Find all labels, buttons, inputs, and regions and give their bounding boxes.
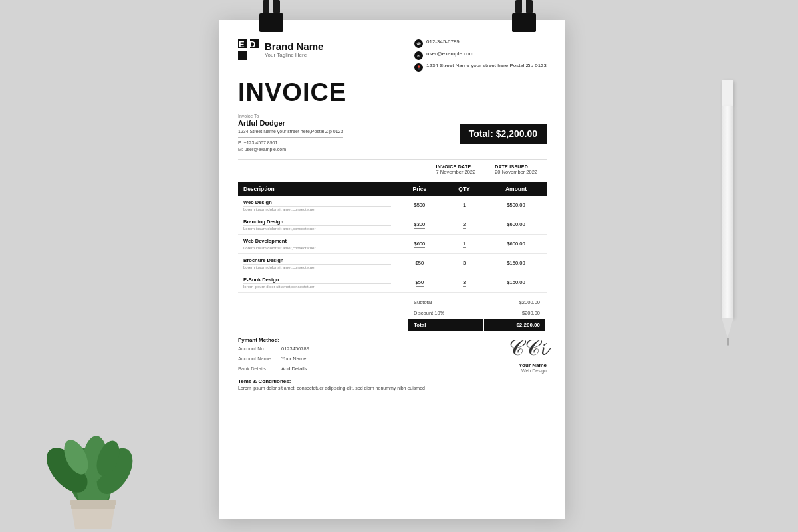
item-qty: 3 (443, 273, 485, 292)
col-qty: QTY (443, 182, 485, 196)
subtotals-section: Subtotal $2000.00 Discount 10% $200.00 T… (238, 297, 547, 332)
svg-text:D: D (249, 39, 255, 49)
binder-clip-left (259, 0, 283, 35)
subtotal-row: Subtotal $2000.00 (408, 298, 545, 307)
item-qty: 3 (443, 253, 485, 273)
brand-logo: E D (238, 39, 259, 60)
dates-row: INVOICE DATE: 7 November 2022 DATE ISSUE… (238, 159, 547, 176)
discount-row: Discount 10% $200.00 (408, 309, 545, 318)
pen-tip (722, 318, 733, 338)
pen-body (722, 106, 733, 318)
signature-line (507, 360, 547, 360)
brand-tagline: Your Tagline Here (265, 52, 323, 58)
table-row: Web Development Lorem ipsum dolor sit am… (238, 234, 547, 253)
discount-value: $200.00 (484, 309, 545, 318)
terms-text: Lorem ipsum dolor sit amet, consectetuer… (238, 386, 425, 390)
bottom-section: Pymant Method: Account No : 0123456789 A… (238, 337, 547, 390)
signature-area: 𝒞𝒞𝓲 Your Name Web Design (507, 337, 547, 373)
invoice-title: INVOICE (238, 78, 547, 107)
contact-address: 1234 Street Name your street here,Postal… (426, 63, 547, 68)
account-no-label: Account No (238, 345, 275, 353)
payment-method: Pymant Method: Account No : 0123456789 A… (238, 337, 425, 374)
bank-details-row: Bank Details : Add Details (238, 365, 425, 374)
signature-name: Your Name (507, 362, 547, 368)
item-desc: Lorem ipsum dolor sit amet,consectetuer (243, 206, 391, 211)
table-header-row: Description Price QTY Amount (238, 182, 547, 196)
table-row: Brochure Design Lorem ipsum dolor sit am… (238, 253, 547, 273)
pen-nib (727, 338, 729, 346)
pen-cap (722, 80, 733, 106)
item-desc: Lorem ipsum dolor sit amet,consectetuer (243, 245, 391, 250)
subtotals-table: Subtotal $2000.00 Discount 10% $200.00 T… (407, 297, 547, 332)
contact-email-row: ✉ user@example.com (414, 51, 547, 60)
item-amount: $150.00 (485, 273, 547, 292)
total-row: Total $2,200.00 (408, 319, 545, 331)
col-description: Description (238, 182, 396, 196)
item-price: $600 (396, 234, 443, 253)
item-desc-cell: Branding Design Lorem ipsum dolor sit am… (238, 215, 396, 234)
contact-email: user@example.com (426, 51, 473, 57)
svg-rect-2 (238, 51, 247, 60)
client-email: M: user@example.com (238, 146, 343, 154)
table-row: Branding Design Lorem ipsum dolor sit am… (238, 215, 547, 234)
svg-text:E: E (239, 39, 245, 49)
item-desc: Lorem ipsum dolor sit amet,consectetuer (243, 264, 391, 269)
invoice-paper: E D Brand Name Your Tagline Here ☎ 012-3… (219, 20, 565, 519)
item-price: $500 (396, 196, 443, 215)
item-qty: 1 (443, 196, 485, 215)
item-qty: 1 (443, 234, 485, 253)
total-box: Total: $2,200.00 (460, 124, 547, 144)
item-amount: $600.00 (485, 234, 547, 253)
item-amount: $500.00 (485, 196, 547, 215)
svg-rect-12 (70, 500, 116, 505)
item-desc-cell: Web Development Lorem ipsum dolor sit am… (238, 234, 396, 253)
item-name: E-Book Design (243, 277, 391, 283)
contact-phone: 012-345-6789 (426, 39, 460, 45)
item-price: $300 (396, 215, 443, 234)
item-qty: 2 (443, 215, 485, 234)
subtotal-label: Subtotal (408, 298, 483, 307)
bank-value: Add Details (281, 365, 307, 373)
item-amount: $600.00 (485, 215, 547, 234)
signature-title: Web Design (507, 368, 547, 373)
invoice-date-col: INVOICE DATE: 7 November 2022 (427, 163, 486, 176)
brand-area: E D Brand Name Your Tagline Here (238, 39, 323, 60)
item-price: $50 (396, 273, 443, 292)
signature-image: 𝒞𝒞𝓲 (507, 337, 547, 358)
item-desc: lorem ipsum dolor sit amet,consectetuer (243, 283, 391, 289)
contact-area: ☎ 012-345-6789 ✉ user@example.com 📍 1234… (406, 39, 547, 72)
item-name: Branding Design (243, 219, 391, 225)
client-address: 1234 Street Name your street here,Postal… (238, 128, 343, 138)
total-value: $2,200.00 (484, 319, 545, 331)
invoice-table: Description Price QTY Amount Web Design … (238, 182, 547, 293)
bank-label: Bank Details (238, 365, 275, 373)
subtotal-value: $2000.00 (484, 298, 545, 307)
item-amount: $150.00 (485, 253, 547, 273)
account-name-row: Account Name : Your Name (238, 355, 425, 364)
phone-icon: ☎ (414, 39, 423, 48)
brand-name: Brand Name (265, 41, 323, 52)
terms-title: Tems & Conditiones: (238, 378, 425, 384)
svg-rect-13 (71, 505, 115, 509)
invoice-date-value: 7 November 2022 (436, 169, 476, 175)
email-icon: ✉ (414, 51, 423, 60)
item-desc-cell: E-Book Design lorem ipsum dolor sit amet… (238, 273, 396, 292)
item-desc-cell: Web Design Lorem ipsum dolor sit amet,co… (238, 196, 396, 215)
account-no-value: 0123456789 (281, 345, 309, 353)
item-name: Web Development (243, 238, 391, 244)
account-name-value: Your Name (281, 355, 306, 363)
account-no-row: Account No : 0123456789 (238, 345, 425, 354)
invoice-header: E D Brand Name Your Tagline Here ☎ 012-3… (238, 39, 547, 72)
col-amount: Amount (485, 182, 547, 196)
contact-phone-row: ☎ 012-345-6789 (414, 39, 547, 48)
item-price: $50 (396, 253, 443, 273)
bill-to-label: Invoice To (238, 114, 343, 118)
table-row: Web Design Lorem ipsum dolor sit amet,co… (238, 196, 547, 215)
invoice-date-label: INVOICE DATE: (436, 164, 476, 169)
total-label: Total (408, 319, 483, 331)
item-name: Brochure Design (243, 257, 391, 263)
bill-total-row: Invoice To Artful Dodger 1234 Street Nam… (238, 114, 547, 154)
discount-label: Discount 10% (408, 309, 483, 318)
table-row: E-Book Design lorem ipsum dolor sit amet… (238, 273, 547, 292)
item-desc: Lorem ipsum dolor sit amet,consectetuer (243, 225, 391, 231)
